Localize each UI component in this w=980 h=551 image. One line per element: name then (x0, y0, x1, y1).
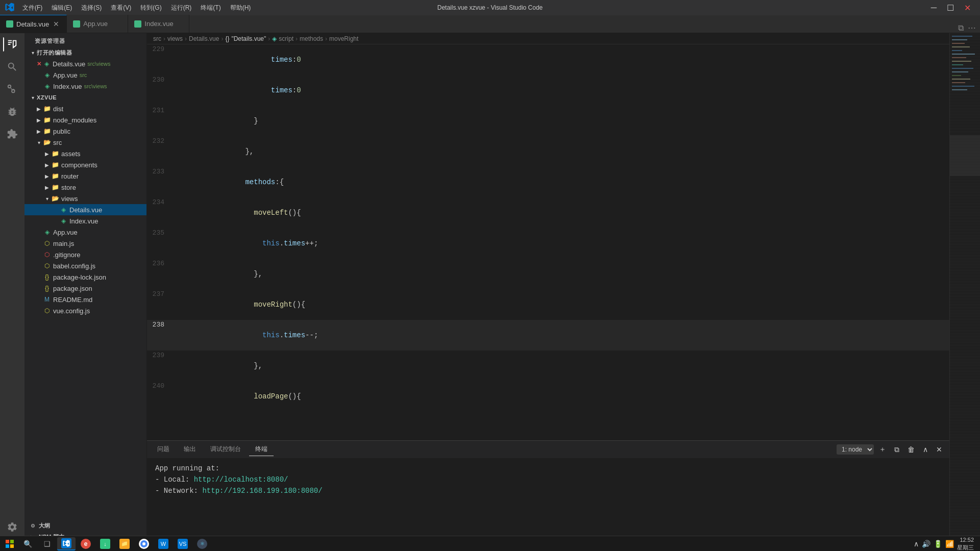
start-button[interactable] (2, 538, 17, 550)
menu-help[interactable]: 帮助(H) (226, 3, 255, 13)
panel-tab-output[interactable]: 输出 (178, 443, 202, 456)
panel-tab-debug[interactable]: 调试控制台 (204, 443, 247, 456)
taskbar-app6[interactable]: W (154, 537, 173, 550)
package-lock-label: package-lock.json (53, 273, 106, 281)
tree-package-lock[interactable]: ▶ {} package-lock.json (24, 271, 146, 283)
menu-file[interactable]: 文件(F) (18, 3, 46, 13)
more-actions-button[interactable]: ⋯ (968, 23, 976, 33)
local-url-link[interactable]: http://localhost:8080/ (194, 475, 288, 484)
systray-bat[interactable]: 🔋 (934, 540, 942, 548)
tree-details-vue[interactable]: ▶ ◈ Details.vue (24, 204, 146, 215)
tab-details-vue[interactable]: Details.vue ✕ (0, 15, 67, 33)
open-editor-details[interactable]: ✕ ◈ Details.vue src\views (24, 58, 146, 69)
close-details-icon[interactable]: ✕ (37, 61, 41, 67)
project-header[interactable]: ▾ XZVUE (24, 92, 146, 103)
tree-app-vue[interactable]: ▶ ◈ App.vue (24, 227, 146, 238)
terminal-instance-select[interactable]: 1: node (837, 444, 874, 455)
terminal-content[interactable]: App running at: - Local: http://localhos… (147, 459, 949, 542)
activity-extensions[interactable] (3, 125, 21, 143)
tab-index-vue[interactable]: Index.vue (128, 15, 189, 33)
tree-main-js[interactable]: ▶ ⬡ main.js (24, 238, 146, 249)
maximize-button[interactable]: ☐ (943, 2, 958, 14)
menu-goto[interactable]: 转到(G) (136, 3, 165, 13)
breadcrumb-moveright[interactable]: moveRight (329, 35, 358, 42)
tree-public[interactable]: ▶ 📁 public (24, 126, 146, 137)
details-vue-label: Details.vue (53, 60, 85, 68)
line-num-230: 230 (147, 75, 173, 106)
taskbar-app3[interactable]: ↓ (96, 537, 114, 550)
menu-terminal[interactable]: 终端(T) (197, 3, 225, 13)
activity-settings[interactable] (3, 518, 21, 536)
panel-split-button[interactable]: ⧉ (891, 444, 902, 455)
tree-assets[interactable]: ▶ 📁 assets (24, 148, 146, 159)
store-icon: 📁 (51, 183, 59, 191)
systray: ∧ 🔊 🔋 📶 12:52 星期三 (914, 536, 978, 551)
tree-views[interactable]: ▾ 📂 views (24, 193, 146, 204)
public-label: public (53, 128, 70, 135)
readme-label: README.md (53, 296, 92, 304)
tree-dist[interactable]: ▶ 📁 dist (24, 103, 146, 114)
main-area: 资源管理器 ▾ 打开的编辑器 ✕ ◈ Details.vue src\views… (0, 33, 980, 551)
systray-wifi[interactable]: 📶 (945, 540, 954, 548)
breadcrumb-braces[interactable]: {} (225, 35, 229, 42)
panel-close-button[interactable]: ✕ (933, 444, 945, 455)
panel-tab-terminal[interactable]: 终端 (249, 443, 274, 456)
close-button[interactable]: ✕ (960, 2, 975, 14)
menu-select[interactable]: 选择(S) (77, 3, 106, 13)
breadcrumb-file[interactable]: Details.vue (189, 35, 219, 42)
tree-package-json[interactable]: ▶ {} package.json (24, 283, 146, 294)
menu-bar[interactable]: 文件(F) 编辑(E) 选择(S) 查看(V) 转到(G) 运行(R) 终端(T… (18, 3, 255, 13)
tab-close-button[interactable]: ✕ (52, 20, 60, 28)
breadcrumb-section[interactable]: "Details.vue" (231, 35, 266, 42)
tree-index-vue[interactable]: ▶ ◈ Index.vue (24, 215, 146, 227)
window-controls[interactable]: ─ ☐ ✕ (927, 2, 975, 14)
activity-debug[interactable] (3, 103, 21, 121)
menu-edit[interactable]: 编辑(E) (47, 3, 76, 13)
activity-search[interactable] (3, 58, 21, 76)
tree-node-modules[interactable]: ▶ 📁 node_modules (24, 114, 146, 126)
tree-store[interactable]: ▶ 📁 store (24, 182, 146, 193)
open-editor-index[interactable]: ◈ Index.vue src\views (24, 81, 146, 92)
taskbar-search[interactable]: 🔍 (18, 537, 37, 550)
minimize-button[interactable]: ─ (927, 2, 941, 14)
panel-tab-problems[interactable]: 问题 (151, 443, 176, 456)
panel-add-button[interactable]: ＋ (876, 444, 889, 455)
system-clock[interactable]: 12:52 星期三 (957, 536, 974, 551)
panel-trash-button[interactable]: 🗑 (904, 444, 918, 455)
network-url-link[interactable]: http://192.168.199.180:8080/ (202, 487, 322, 495)
breadcrumb-views[interactable]: views (167, 35, 183, 42)
breadcrumb-methods[interactable]: methods (300, 35, 323, 42)
breadcrumb-src[interactable]: src (153, 35, 161, 42)
taskbar-taskview[interactable]: ❑ (38, 537, 56, 550)
menu-view[interactable]: 查看(V) (107, 3, 135, 13)
taskbar-ie[interactable]: e (77, 537, 95, 550)
systray-network[interactable]: ∧ (914, 540, 919, 548)
breadcrumb-sep2: › (185, 35, 187, 42)
tree-vue-config[interactable]: ▶ ⬡ vue.config.js (24, 305, 146, 316)
activity-explorer[interactable] (3, 35, 21, 54)
taskbar-app7[interactable]: VS (174, 537, 192, 550)
taskbar-app8[interactable]: ⚛ (193, 537, 211, 550)
breadcrumb-script[interactable]: script (279, 35, 293, 42)
code-editor[interactable]: 229 times:0 230 times:0 (147, 44, 949, 440)
dist-arrow: ▶ (35, 105, 43, 113)
open-editor-app[interactable]: ◈ App.vue src (24, 69, 146, 81)
menu-run[interactable]: 运行(R) (167, 3, 196, 13)
open-editors-header[interactable]: ▾ 打开的编辑器 (24, 47, 146, 58)
dist-folder-icon: 📁 (43, 105, 51, 113)
taskbar-vscode[interactable] (57, 537, 76, 550)
tree-readme[interactable]: ▶ M README.md (24, 294, 146, 305)
panel-up-button[interactable]: ∧ (920, 444, 931, 455)
activity-scm[interactable] (3, 80, 21, 98)
tree-src[interactable]: ▾ 📂 src (24, 137, 146, 148)
outline-header[interactable]: ⚙ 大纲 (24, 520, 146, 531)
taskbar-chrome[interactable] (135, 537, 153, 550)
split-editor-button[interactable]: ⧉ (958, 23, 964, 33)
tree-babel-config[interactable]: ▶ ⬡ babel.config.js (24, 260, 146, 271)
tree-components[interactable]: ▶ 📁 components (24, 159, 146, 170)
systray-vol[interactable]: 🔊 (922, 540, 930, 548)
taskbar-files[interactable]: 📁 (115, 537, 134, 550)
tree-gitignore[interactable]: ▶ ⬡ .gitignore (24, 249, 146, 260)
tree-router[interactable]: ▶ 📁 router (24, 170, 146, 182)
tab-app-vue[interactable]: App.vue (67, 15, 128, 33)
